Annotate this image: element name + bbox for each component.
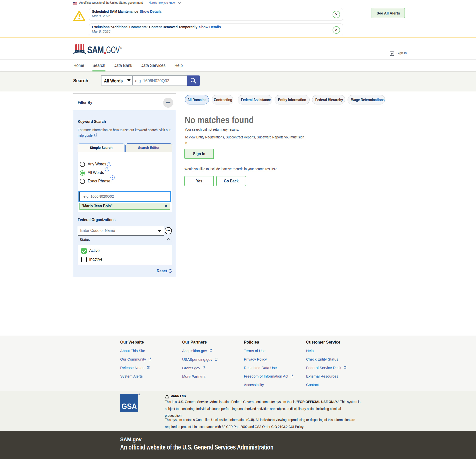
svg-text:SAM: SAM — [87, 44, 104, 55]
svg-text:®: ® — [120, 46, 122, 49]
svg-text:GOV: GOV — [106, 44, 120, 55]
